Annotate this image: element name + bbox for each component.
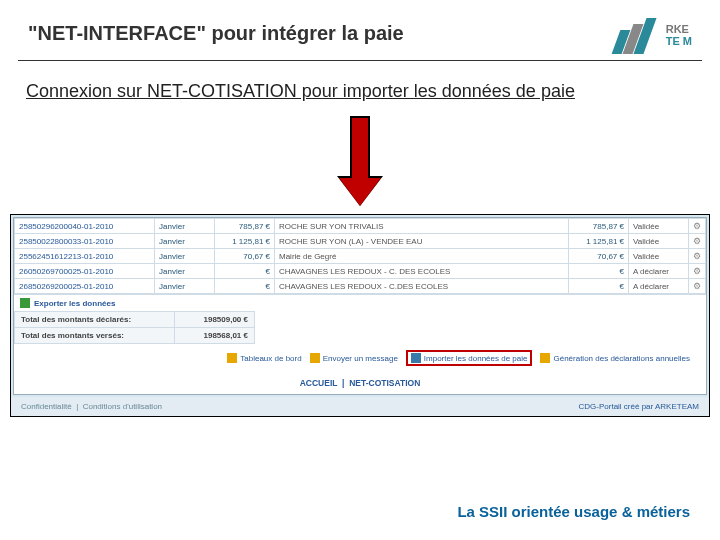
- municipality-cell: CHAVAGNES LES REDOUX - C. DES ECOLES: [275, 264, 569, 279]
- amount-cell: €: [215, 264, 275, 279]
- envelope-icon: [310, 353, 320, 363]
- table-row: 25850022800033-01-2010Janvier1 125,81 €R…: [15, 234, 706, 249]
- amount-cell: 70,67 €: [215, 249, 275, 264]
- month-cell: Janvier: [155, 264, 215, 279]
- ref-cell[interactable]: 26050269700025-01-2010: [15, 264, 155, 279]
- totals-table: Total des montants déclarés: 198509,00 €…: [14, 311, 706, 344]
- send-message-link[interactable]: Envoyer un message: [310, 353, 398, 363]
- slide-footer: La SSII orientée usage & métiers: [457, 503, 690, 520]
- logo-text-line2: TE M: [666, 36, 692, 48]
- declared-label: Total des montants déclarés:: [15, 312, 175, 328]
- logo: RKE TE M: [616, 18, 692, 54]
- export-link[interactable]: Exporter les données: [34, 299, 115, 308]
- red-arrow-icon: [341, 116, 379, 206]
- row-action-icon[interactable]: ⚙: [689, 249, 706, 264]
- amount2-cell: 70,67 €: [569, 249, 629, 264]
- row-action-icon[interactable]: ⚙: [689, 264, 706, 279]
- status-cell: Validée: [629, 249, 689, 264]
- title-underline: [18, 60, 702, 61]
- breadcrumb-section[interactable]: NET-COTISATION: [349, 378, 420, 388]
- footer-sep: |: [76, 402, 78, 411]
- table-row: 26850269200025-01-2010Janvier€CHAVAGNES …: [15, 279, 706, 294]
- import-data-link[interactable]: Importer les données de paie: [406, 350, 533, 366]
- table-row: 26050269700025-01-2010Janvier€CHAVAGNES …: [15, 264, 706, 279]
- municipality-cell: CHAVAGNES LES REDOUX - C.DES ECOLES: [275, 279, 569, 294]
- month-cell: Janvier: [155, 234, 215, 249]
- ref-cell[interactable]: 25850296200040-01-2010: [15, 219, 155, 234]
- amount2-cell: €: [569, 264, 629, 279]
- table-row: 25562451612213-01-2010Janvier70,67 €Mair…: [15, 249, 706, 264]
- terms-link[interactable]: Conditions d'utilisation: [83, 402, 162, 411]
- paid-label: Total des montants versés:: [15, 328, 175, 344]
- paid-value: 198568,01 €: [175, 328, 255, 344]
- footer-credit: CDG-Portail créé par ARKETEAM: [579, 402, 699, 411]
- declared-value: 198509,00 €: [175, 312, 255, 328]
- logo-bars-icon: [616, 18, 660, 54]
- status-cell: A déclarer: [629, 264, 689, 279]
- generate-icon: [540, 353, 550, 363]
- export-icon: [20, 298, 30, 308]
- amount-cell: €: [215, 279, 275, 294]
- ref-cell[interactable]: 25850022800033-01-2010: [15, 234, 155, 249]
- status-cell: Validée: [629, 234, 689, 249]
- amount2-cell: 1 125,81 €: [569, 234, 629, 249]
- generate-declarations-label: Génération des déclarations annuelles: [553, 354, 690, 363]
- amount-cell: 785,87 €: [215, 219, 275, 234]
- breadcrumb-sep: |: [342, 378, 344, 388]
- amount2-cell: €: [569, 279, 629, 294]
- action-bar: Tableaux de bord Envoyer un message Impo…: [14, 344, 706, 372]
- generate-declarations-link[interactable]: Génération des déclarations annuelles: [540, 353, 690, 363]
- import-data-label: Importer les données de paie: [424, 354, 528, 363]
- table-row: 25850296200040-01-2010Janvier785,87 €ROC…: [15, 219, 706, 234]
- row-action-icon[interactable]: ⚙: [689, 234, 706, 249]
- dashboard-icon: [227, 353, 237, 363]
- month-cell: Janvier: [155, 219, 215, 234]
- breadcrumb-home[interactable]: ACCUEIL: [300, 378, 338, 388]
- section-subtitle: Connexion sur NET-COTISATION pour import…: [0, 73, 720, 102]
- page-title: "NET-INTERFACE" pour intégrer la paie: [28, 22, 404, 45]
- app-screenshot: 25850296200040-01-2010Janvier785,87 €ROC…: [10, 214, 710, 417]
- breadcrumb: ACCUEIL | NET-COTISATION: [14, 372, 706, 394]
- privacy-link[interactable]: Confidentialité: [21, 402, 72, 411]
- ref-cell[interactable]: 25562451612213-01-2010: [15, 249, 155, 264]
- import-icon: [411, 353, 421, 363]
- status-cell: Validée: [629, 219, 689, 234]
- municipality-cell: ROCHE SUR YON (LA) - VENDEE EAU: [275, 234, 569, 249]
- send-message-label: Envoyer un message: [323, 354, 398, 363]
- dashboard-link[interactable]: Tableaux de bord: [227, 353, 301, 363]
- amount-cell: 1 125,81 €: [215, 234, 275, 249]
- municipality-cell: ROCHE SUR YON TRIVALIS: [275, 219, 569, 234]
- amount2-cell: 785,87 €: [569, 219, 629, 234]
- month-cell: Janvier: [155, 279, 215, 294]
- app-footer: Confidentialité | Conditions d'utilisati…: [11, 397, 709, 416]
- status-cell: A déclarer: [629, 279, 689, 294]
- data-table: 25850296200040-01-2010Janvier785,87 €ROC…: [14, 218, 706, 294]
- row-action-icon[interactable]: ⚙: [689, 219, 706, 234]
- row-action-icon[interactable]: ⚙: [689, 279, 706, 294]
- ref-cell[interactable]: 26850269200025-01-2010: [15, 279, 155, 294]
- dashboard-label: Tableaux de bord: [240, 354, 301, 363]
- municipality-cell: Mairie de Gegré: [275, 249, 569, 264]
- month-cell: Janvier: [155, 249, 215, 264]
